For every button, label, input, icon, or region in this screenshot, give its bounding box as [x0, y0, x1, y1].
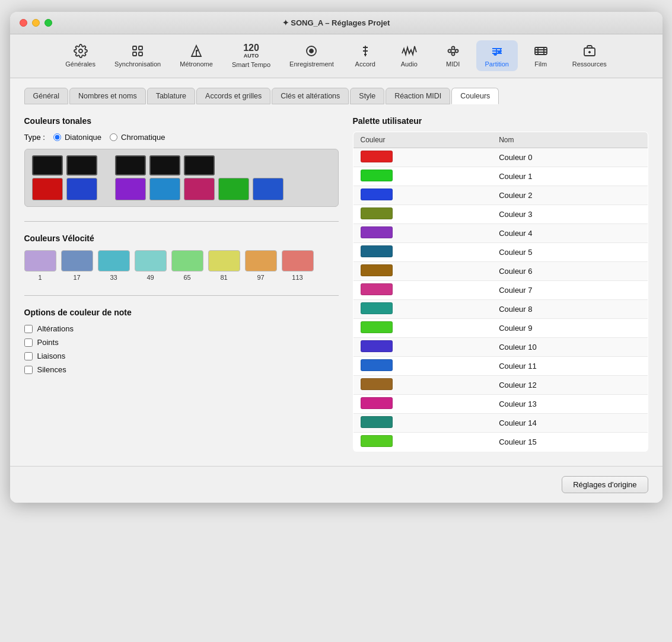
- minimize-button[interactable]: [32, 19, 40, 27]
- palette-swatch-13[interactable]: [361, 397, 393, 409]
- tab-nombres-noms[interactable]: Nombres et noms: [69, 88, 146, 104]
- palette-color-cell-12[interactable]: [353, 376, 492, 395]
- toolbar-item-synchronisation[interactable]: Synchronisation: [106, 40, 169, 71]
- palette-color-cell-0[interactable]: [353, 148, 492, 167]
- palette-swatch-3[interactable]: [361, 207, 393, 219]
- black-swatch-3[interactable]: [149, 155, 180, 175]
- palette-row-3[interactable]: Couleur 3: [353, 205, 648, 224]
- palette-row-7[interactable]: Couleur 7: [353, 281, 648, 300]
- palette-swatch-6[interactable]: [361, 264, 393, 276]
- palette-row-5[interactable]: Couleur 5: [353, 243, 648, 262]
- toolbar-item-enregistrement[interactable]: Enregistrement: [281, 40, 342, 71]
- palette-swatch-10[interactable]: [361, 340, 393, 352]
- white-swatch-5[interactable]: [218, 178, 249, 200]
- white-swatch-1[interactable]: [66, 178, 97, 200]
- palette-color-cell-11[interactable]: [353, 357, 492, 376]
- checkbox-points[interactable]: Points: [24, 338, 339, 347]
- palette-swatch-0[interactable]: [361, 151, 393, 162]
- velocity-swatch-4[interactable]: [171, 250, 203, 272]
- palette-row-14[interactable]: Couleur 14: [353, 414, 648, 433]
- toolbar-item-generales[interactable]: Générales: [57, 40, 104, 71]
- checkbox-points-input[interactable]: [24, 338, 33, 347]
- tab-style[interactable]: Style: [350, 88, 384, 104]
- checkbox-alterations[interactable]: Altérations: [24, 324, 339, 333]
- close-button[interactable]: [20, 19, 27, 27]
- velocity-swatch-1[interactable]: [61, 250, 93, 272]
- palette-swatch-12[interactable]: [361, 378, 393, 390]
- tab-general[interactable]: Général: [24, 88, 68, 104]
- tab-cles-alterations[interactable]: Clés et altérations: [272, 88, 349, 104]
- palette-color-cell-4[interactable]: [353, 224, 492, 243]
- black-swatch-2[interactable]: [115, 155, 146, 175]
- palette-row-4[interactable]: Couleur 4: [353, 224, 648, 243]
- radio-chromatique[interactable]: Chromatique: [110, 133, 165, 142]
- tab-tablature[interactable]: Tablature: [147, 88, 195, 104]
- palette-color-cell-13[interactable]: [353, 395, 492, 414]
- palette-color-cell-8[interactable]: [353, 300, 492, 319]
- toolbar-item-midi[interactable]: MIDI: [432, 40, 474, 71]
- palette-row-8[interactable]: Couleur 8: [353, 300, 648, 319]
- palette-swatch-14[interactable]: [361, 416, 393, 428]
- palette-row-1[interactable]: Couleur 1: [353, 167, 648, 186]
- palette-swatch-9[interactable]: [361, 321, 393, 333]
- palette-row-9[interactable]: Couleur 9: [353, 319, 648, 338]
- palette-row-12[interactable]: Couleur 12: [353, 376, 648, 395]
- palette-color-cell-3[interactable]: [353, 205, 492, 224]
- white-swatch-0[interactable]: [32, 178, 63, 200]
- velocity-swatch-3[interactable]: [135, 250, 167, 272]
- palette-swatch-8[interactable]: [361, 302, 393, 314]
- palette-row-13[interactable]: Couleur 13: [353, 395, 648, 414]
- palette-swatch-1[interactable]: [361, 170, 393, 181]
- velocity-swatch-5[interactable]: [208, 250, 240, 272]
- palette-color-cell-5[interactable]: [353, 243, 492, 262]
- palette-row-2[interactable]: Couleur 2: [353, 186, 648, 205]
- checkbox-liaisons-input[interactable]: [24, 352, 33, 360]
- palette-color-cell-1[interactable]: [353, 167, 492, 186]
- white-swatch-2[interactable]: [115, 178, 146, 200]
- palette-swatch-4[interactable]: [361, 226, 393, 238]
- palette-swatch-11[interactable]: [361, 359, 393, 371]
- white-swatch-3[interactable]: [149, 178, 180, 200]
- palette-swatch-2[interactable]: [361, 189, 393, 200]
- checkbox-alterations-input[interactable]: [24, 325, 33, 333]
- velocity-swatch-2[interactable]: [98, 250, 130, 272]
- toolbar-item-audio[interactable]: Audio: [388, 40, 430, 71]
- maximize-button[interactable]: [44, 19, 52, 27]
- palette-row-10[interactable]: Couleur 10: [353, 338, 648, 357]
- palette-row-6[interactable]: Couleur 6: [353, 262, 648, 281]
- velocity-swatch-6[interactable]: [245, 250, 277, 272]
- palette-row-11[interactable]: Couleur 11: [353, 357, 648, 376]
- velocity-swatch-0[interactable]: [24, 250, 56, 272]
- palette-swatch-5[interactable]: [361, 245, 393, 257]
- palette-color-cell-2[interactable]: [353, 186, 492, 205]
- toolbar-item-metronome[interactable]: Métronome: [171, 40, 221, 71]
- palette-row-0[interactable]: Couleur 0: [353, 148, 648, 167]
- palette-color-cell-9[interactable]: [353, 319, 492, 338]
- checkbox-liaisons[interactable]: Liaisons: [24, 352, 339, 360]
- palette-color-cell-10[interactable]: [353, 338, 492, 357]
- reset-button[interactable]: Réglages d'origine: [562, 476, 648, 493]
- palette-row-15[interactable]: Couleur 15: [353, 433, 648, 452]
- checkbox-silences[interactable]: Silences: [24, 365, 339, 374]
- radio-diatonique[interactable]: Diatonique: [53, 133, 101, 142]
- toolbar-item-accord[interactable]: Accord: [345, 40, 386, 71]
- tab-reaction-midi[interactable]: Réaction MIDI: [386, 88, 450, 104]
- black-swatch-1[interactable]: [66, 155, 97, 175]
- white-swatch-6[interactable]: [253, 178, 284, 200]
- toolbar-item-smart-tempo[interactable]: 120 AUTO Smart Tempo: [224, 39, 279, 72]
- black-swatch-4[interactable]: [184, 155, 215, 175]
- tab-couleurs[interactable]: Couleurs: [451, 88, 499, 104]
- palette-color-cell-15[interactable]: [353, 433, 492, 452]
- white-swatch-4[interactable]: [184, 178, 215, 200]
- toolbar-item-ressources[interactable]: Ressources: [564, 40, 615, 71]
- palette-color-cell-6[interactable]: [353, 262, 492, 281]
- palette-swatch-15[interactable]: [361, 435, 393, 447]
- palette-swatch-7[interactable]: [361, 283, 393, 295]
- checkbox-silences-input[interactable]: [24, 366, 33, 374]
- tab-accords-grilles[interactable]: Accords et grilles: [196, 88, 270, 104]
- toolbar-item-partition[interactable]: Partition: [476, 40, 518, 71]
- toolbar-item-film[interactable]: Film: [520, 40, 562, 71]
- palette-color-cell-14[interactable]: [353, 414, 492, 433]
- black-swatch-0[interactable]: [32, 155, 63, 175]
- velocity-swatch-7[interactable]: [282, 250, 314, 272]
